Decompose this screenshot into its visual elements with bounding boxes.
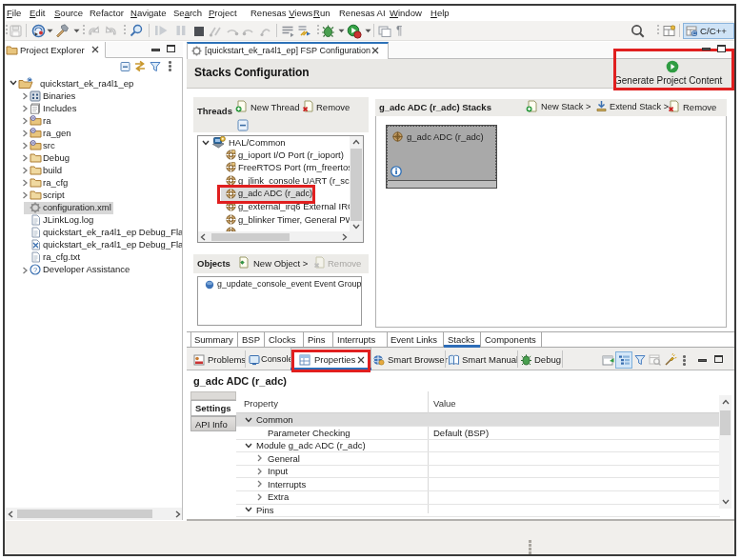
svg-text:C: C <box>692 30 697 36</box>
svg-text:C: C <box>28 77 31 83</box>
svg-text:?: ? <box>33 266 37 274</box>
